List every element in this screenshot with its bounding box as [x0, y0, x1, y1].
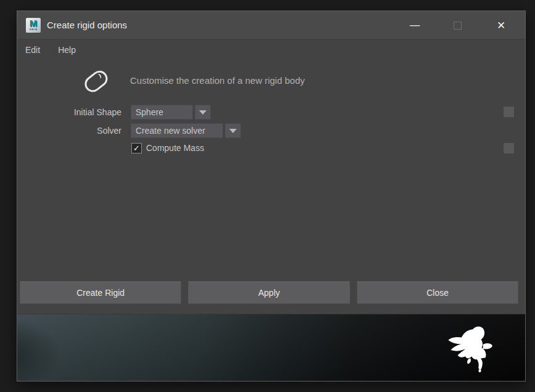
window-controls: — ✕	[371, 11, 525, 39]
initial-shape-dropdown[interactable]: Sphere	[131, 105, 193, 120]
solver-dropdown-arrow[interactable]	[225, 123, 241, 138]
dialog-description: Customise the creation of a new rigid bo…	[130, 75, 304, 86]
chevron-down-icon	[229, 129, 237, 133]
compute-mass-row: ✓ Compute Mass	[131, 142, 204, 153]
initial-shape-side-box[interactable]	[504, 107, 514, 117]
minimize-icon[interactable]: —	[401, 11, 428, 39]
studio-logo-silhouette	[441, 324, 494, 374]
compute-mass-checkbox[interactable]: ✓	[131, 143, 142, 153]
compute-mass-side-box[interactable]	[504, 143, 514, 153]
maximize-icon	[444, 11, 471, 39]
solver-label: Solver	[17, 123, 121, 138]
maya-app-icon: M MAYA	[26, 18, 41, 33]
button-row: Create Rigid Apply Close	[20, 281, 518, 304]
chevron-down-icon	[199, 110, 206, 115]
maya-app-icon-letter: M	[30, 19, 38, 28]
initial-shape-dropdown-arrow[interactable]	[195, 105, 211, 120]
window-title: Create rigid options	[47, 20, 127, 30]
maya-app-icon-sub: MAYA	[30, 28, 38, 31]
banner-image	[17, 314, 525, 381]
menubar: Edit Help	[17, 39, 525, 60]
rigid-body-capsule-icon	[81, 68, 111, 95]
capsule-outline	[81, 67, 111, 95]
apply-button[interactable]: Apply	[188, 281, 349, 304]
create-rigid-options-window: M MAYA Create rigid options — ✕ Edit Hel…	[17, 10, 526, 382]
compute-mass-label: Compute Mass	[146, 143, 204, 153]
create-rigid-button[interactable]: Create Rigid	[20, 281, 181, 304]
maximize-box-glyph	[454, 22, 462, 30]
close-button[interactable]: Close	[357, 281, 518, 304]
solver-dropdown[interactable]: Create new solver	[131, 123, 223, 138]
initial-shape-label: Initial Shape	[17, 105, 121, 120]
menu-help[interactable]: Help	[58, 45, 76, 55]
titlebar: M MAYA Create rigid options — ✕	[17, 11, 525, 39]
capsule-gleam	[95, 73, 102, 81]
close-icon[interactable]: ✕	[488, 11, 515, 39]
menu-edit[interactable]: Edit	[25, 45, 40, 55]
